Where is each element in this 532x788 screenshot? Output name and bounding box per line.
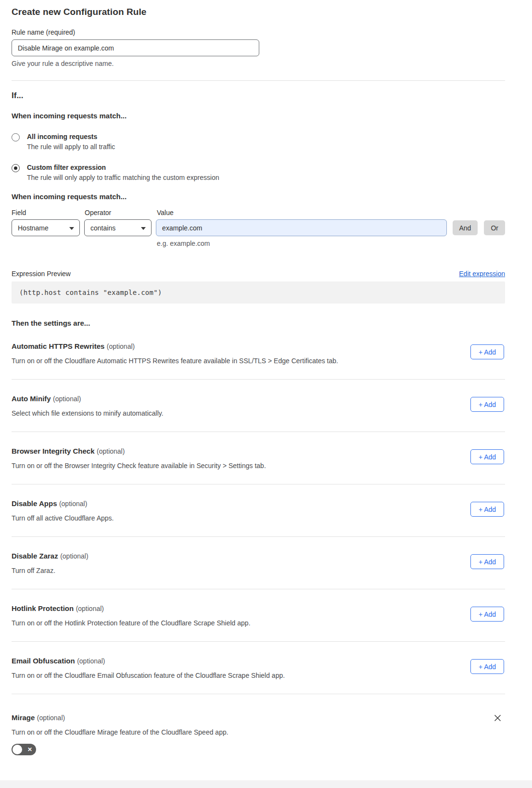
if-heading: If... xyxy=(12,91,505,101)
match-type-subheading: When incoming requests match... xyxy=(12,112,505,120)
setting-heading: Email Obfuscation (optional) xyxy=(12,657,505,665)
setting-name: Automatic HTTPS Rewrites xyxy=(12,342,104,350)
setting-optional-suffix: (optional) xyxy=(53,395,81,403)
edit-expression-link[interactable]: Edit expression xyxy=(459,270,505,278)
setting-optional-suffix: (optional) xyxy=(107,343,135,350)
setting-heading: Auto Minify (optional) xyxy=(12,394,505,403)
setting-description: Turn off all active Cloudflare Apps. xyxy=(12,514,505,522)
setting-name: Auto Minify xyxy=(12,394,51,403)
setting-heading: Disable Apps (optional) xyxy=(12,499,505,508)
radio-icon[interactable] xyxy=(12,164,20,172)
value-input[interactable] xyxy=(156,219,446,236)
chevron-down-icon xyxy=(69,227,74,230)
operator-select[interactable]: contains xyxy=(84,219,152,236)
setting-row: Email Obfuscation (optional) Turn on or … xyxy=(12,642,505,694)
builder-labels: Field Operator Value xyxy=(12,209,505,216)
setting-heading: Browser Integrity Check (optional) xyxy=(12,447,505,456)
setting-name: Email Obfuscation xyxy=(12,657,75,665)
toggle-knob[interactable] xyxy=(13,745,22,754)
setting-name: Hotlink Protection xyxy=(12,604,74,612)
value-label: Value xyxy=(157,209,174,216)
setting-optional-suffix: (optional) xyxy=(60,552,88,560)
add-setting-button[interactable]: + Add xyxy=(470,659,504,674)
setting-heading: Automatic HTTPS Rewrites (optional) xyxy=(12,342,505,351)
mirage-description: Turn on or off the Cloudflare Mirage fea… xyxy=(12,728,505,736)
operator-label: Operator xyxy=(85,209,157,216)
mirage-heading: Mirage (optional) xyxy=(12,713,505,722)
add-setting-button[interactable]: + Add xyxy=(470,554,504,569)
create-configuration-rule-form: Create new Configuration Rule Rule name … xyxy=(0,0,505,755)
expression-preview-text: (http.host contains "example.com") xyxy=(19,289,162,296)
setting-description: Turn on or off the Cloudflare Automatic … xyxy=(12,357,505,365)
section-divider xyxy=(12,80,505,81)
radio-all-incoming-requests[interactable]: All incoming requests The rule will appl… xyxy=(12,133,505,151)
setting-row: Auto Minify (optional) Select which file… xyxy=(12,380,505,432)
expression-preview-box: (http.host contains "example.com") xyxy=(12,281,505,304)
setting-heading: Hotlink Protection (optional) xyxy=(12,604,505,613)
setting-optional-suffix: (optional) xyxy=(37,714,65,722)
close-icon[interactable] xyxy=(494,714,501,722)
expression-builder-subheading: When incoming requests match... xyxy=(12,192,505,201)
setting-name: Mirage xyxy=(12,713,35,722)
page-title: Create new Configuration Rule xyxy=(12,7,505,17)
setting-optional-suffix: (optional) xyxy=(76,605,104,612)
add-setting-button[interactable]: + Add xyxy=(470,397,504,412)
operator-select-value: contains xyxy=(90,224,115,232)
radio-description: The rule will only apply to traffic matc… xyxy=(27,174,219,181)
add-setting-button[interactable]: + Add xyxy=(470,449,504,464)
setting-row: Hotlink Protection (optional) Turn on or… xyxy=(12,589,505,642)
setting-name: Disable Zaraz xyxy=(12,552,58,560)
radio-icon[interactable] xyxy=(12,133,20,141)
add-setting-button[interactable]: + Add xyxy=(470,607,504,622)
expression-preview-header: Expression Preview Edit expression xyxy=(12,270,505,278)
expression-builder-row: Hostname contains And Or xyxy=(12,219,505,236)
setting-description: Select which file extensions to minify a… xyxy=(12,409,505,417)
radio-description: The rule will apply to all traffic xyxy=(27,143,115,151)
add-setting-button[interactable]: + Add xyxy=(470,502,504,517)
setting-description: Turn on or off the Hotlink Protection fe… xyxy=(12,619,505,627)
setting-optional-suffix: (optional) xyxy=(97,447,125,455)
setting-heading: Disable Zaraz (optional) xyxy=(12,552,505,560)
rule-name-label: Rule name (required) xyxy=(12,28,505,36)
mirage-setting-row: Mirage (optional) Turn on or off the Clo… xyxy=(12,694,505,755)
settings-list: Automatic HTTPS Rewrites (optional) Turn… xyxy=(12,327,505,694)
setting-row: Disable Zaraz (optional) Turn off Zaraz.… xyxy=(12,537,505,589)
field-label: Field xyxy=(12,209,85,216)
or-button[interactable]: Or xyxy=(484,220,505,235)
setting-description: Turn on or off the Cloudflare Email Obfu… xyxy=(12,672,505,679)
radio-label: All incoming requests xyxy=(27,133,115,140)
toggle-off-x-icon: ✕ xyxy=(27,746,32,753)
then-settings-heading: Then the settings are... xyxy=(12,319,505,327)
radio-label: Custom filter expression xyxy=(27,164,219,171)
setting-optional-suffix: (optional) xyxy=(59,500,87,508)
rule-name-input[interactable] xyxy=(12,39,259,56)
setting-name: Browser Integrity Check xyxy=(12,447,95,455)
and-button[interactable]: And xyxy=(453,220,478,235)
mirage-toggle-off[interactable]: ✕ xyxy=(12,744,36,755)
page-background-strip xyxy=(0,780,532,788)
setting-row: Automatic HTTPS Rewrites (optional) Turn… xyxy=(12,327,505,380)
setting-row: Browser Integrity Check (optional) Turn … xyxy=(12,432,505,484)
field-select[interactable]: Hostname xyxy=(12,219,80,236)
setting-description: Turn off Zaraz. xyxy=(12,567,505,574)
add-setting-button[interactable]: + Add xyxy=(470,344,504,359)
rule-name-helper: Give your rule a descriptive name. xyxy=(12,60,505,67)
field-select-value: Hostname xyxy=(18,224,49,232)
setting-optional-suffix: (optional) xyxy=(77,657,105,665)
chevron-down-icon xyxy=(141,227,146,230)
setting-name: Disable Apps xyxy=(12,499,57,508)
setting-description: Turn on or off the Browser Integrity Che… xyxy=(12,462,505,470)
expression-preview-label: Expression Preview xyxy=(12,270,71,278)
setting-row: Disable Apps (optional) Turn off all act… xyxy=(12,484,505,537)
value-helper: e.g. example.com xyxy=(157,240,505,247)
radio-custom-filter-expression[interactable]: Custom filter expression The rule will o… xyxy=(12,164,505,181)
